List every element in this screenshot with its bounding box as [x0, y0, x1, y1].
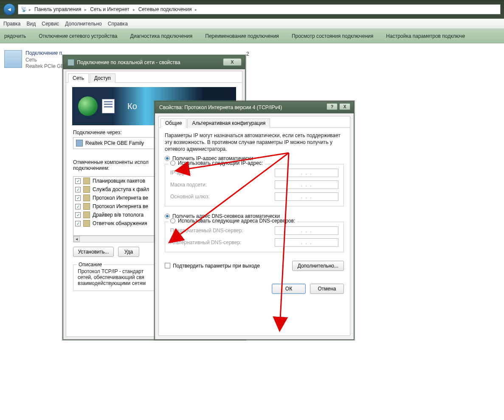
dns-alt-label: Альтернативный DNS-сервер:: [170, 240, 242, 245]
connection-adapter: Realtek PCIe GB: [25, 63, 64, 70]
breadcrumb-item[interactable]: Панель управления: [33, 6, 83, 12]
globe-icon: [78, 96, 98, 116]
dialog-titlebar[interactable]: Свойства: Протокол Интернета версии 4 (T…: [155, 101, 354, 113]
tab-strip: Сеть Доступ: [66, 71, 242, 83]
radio-button-icon: [170, 218, 175, 223]
component-icon: [83, 211, 90, 218]
subnet-field[interactable]: . . .: [275, 180, 338, 189]
menu-help[interactable]: Справка: [108, 21, 128, 27]
checkbox[interactable]: ✓: [75, 178, 81, 184]
network-adapter-icon: [4, 50, 22, 68]
toolbar-disable[interactable]: Отключение сетевого устройства: [39, 33, 117, 39]
breadcrumb-item[interactable]: Сетевые подключения: [137, 6, 194, 12]
close-button[interactable]: X: [339, 103, 350, 110]
connection-status: Сеть: [25, 57, 64, 64]
checkbox[interactable]: ✓: [75, 221, 81, 226]
menu-extra[interactable]: Дополнительно: [65, 21, 101, 27]
tab-general[interactable]: Общие: [160, 118, 186, 128]
toolbar: рядочить Отключение сетевого устройства …: [0, 29, 504, 43]
ip-manual-group: Использовать следующий IP-адрес: IP-адре…: [165, 164, 344, 206]
radio-button-icon: [170, 161, 175, 166]
checkbox[interactable]: ✓: [75, 204, 81, 209]
subnet-label: Маска подсети:: [170, 182, 207, 188]
component-icon: [83, 220, 90, 227]
toolbar-organize[interactable]: рядочить: [4, 33, 26, 39]
ip-address-label: IP-адрес:: [170, 170, 192, 176]
breadcrumb-item[interactable]: Сеть и Интернет: [88, 6, 131, 12]
window-frame-top: ◄ 📡 ▸ Панель управления ▸ Сеть и Интерне…: [0, 0, 504, 19]
confirm-checkbox[interactable]: ✓: [165, 263, 170, 268]
ip-address-field[interactable]: . . .: [275, 169, 338, 177]
component-icon: [83, 203, 90, 210]
menu-edit[interactable]: Правка: [3, 21, 21, 27]
info-text: Параметры IP могут назначаться автоматич…: [159, 128, 350, 153]
gateway-field[interactable]: . . .: [275, 192, 338, 201]
breadcrumb[interactable]: 📡 ▸ Панель управления ▸ Сеть и Интернет …: [18, 4, 501, 14]
menu-service[interactable]: Сервис: [42, 21, 59, 27]
tab-strip: Общие Альтернативная конфигурация: [159, 116, 350, 128]
dialog-title-text: Свойства: Протокол Интернета версии 4 (T…: [159, 104, 282, 110]
help-button[interactable]: ?: [327, 103, 338, 110]
advanced-button[interactable]: Дополнительно...: [292, 261, 344, 271]
close-button[interactable]: X: [223, 58, 242, 66]
toolbar-settings[interactable]: Настройка параметров подключе: [386, 33, 465, 39]
folder-icon: 📡: [21, 6, 27, 12]
dns-preferred-field[interactable]: . . .: [275, 226, 338, 235]
toolbar-diagnose[interactable]: Диагностика подключения: [130, 33, 193, 39]
adapter-icon: [76, 140, 83, 147]
uninstall-button[interactable]: Уда: [118, 247, 139, 257]
banner-text: Ко: [127, 101, 137, 111]
component-icon: [83, 194, 90, 201]
component-icon: [83, 178, 90, 184]
menu-view[interactable]: Вид: [27, 21, 36, 27]
ok-button[interactable]: ОК: [272, 284, 306, 294]
install-button[interactable]: Установить...: [73, 247, 114, 257]
dialog-title-text: Подключение по локальной сети - свойства: [77, 59, 180, 65]
gateway-label: Основной шлюз:: [170, 194, 210, 200]
dialog-titlebar[interactable]: Подключение по локальной сети - свойства…: [63, 56, 245, 69]
connection-name: Подключение п: [25, 50, 64, 57]
tab-network[interactable]: Сеть: [68, 73, 89, 83]
description-legend: Описание: [77, 262, 104, 268]
connection-item-2-suffix: 2: [246, 51, 249, 57]
connection-item[interactable]: Подключение п Сеть Realtek PCIe GB: [4, 50, 64, 70]
scroll-left-icon[interactable]: ◄: [73, 236, 80, 242]
dns-manual-group: Использовать следующие адреса DNS-сервер…: [165, 222, 344, 252]
nav-back-button[interactable]: ◄: [3, 3, 15, 15]
toolbar-status[interactable]: Просмотр состояния подключения: [292, 33, 373, 39]
tab-access[interactable]: Доступ: [90, 73, 115, 83]
tab-alternative[interactable]: Альтернативная конфигурация: [187, 118, 270, 128]
confirm-label: Подтвердить параметры при выходе: [173, 263, 260, 269]
radio-dns-manual[interactable]: Использовать следующие адреса DNS-сервер…: [169, 218, 297, 224]
component-icon: [83, 186, 90, 193]
menu-bar: Правка Вид Сервис Дополнительно Справка: [0, 19, 504, 29]
ipv4-properties-dialog: Свойства: Протокол Интернета версии 4 (T…: [155, 101, 354, 340]
checkbox[interactable]: ✓: [75, 187, 81, 192]
radio-ip-manual[interactable]: Использовать следующий IP-адрес:: [169, 160, 265, 166]
checkbox[interactable]: ✓: [75, 195, 81, 201]
toolbar-rename[interactable]: Переименование подключения: [205, 33, 279, 39]
dialog-icon: [68, 59, 74, 66]
checkbox[interactable]: ✓: [75, 212, 81, 218]
device-name: Realtek PCIe GBE Family: [85, 140, 144, 146]
dns-preferred-label: Предпочитаемый DNS-сервер:: [170, 228, 243, 234]
checklist-icon: [102, 99, 115, 113]
dns-alt-field[interactable]: . . .: [275, 238, 338, 247]
cancel-button[interactable]: Отмена: [310, 284, 344, 294]
